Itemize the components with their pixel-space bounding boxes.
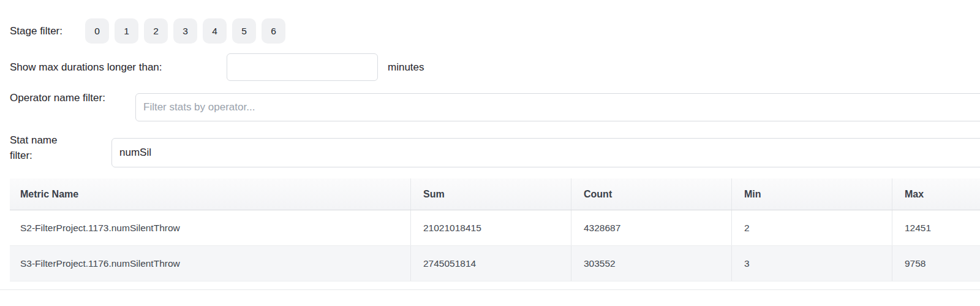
cell-sum: 21021018415 <box>410 210 571 245</box>
column-header-metric-name: Metric Name <box>10 178 410 210</box>
duration-filter-label: Show max durations longer than: <box>10 59 227 75</box>
duration-filter-row: Show max durations longer than: minutes <box>0 53 605 81</box>
column-header-max: Max <box>892 178 980 210</box>
column-header-count: Count <box>571 178 731 210</box>
stat-filter-label: Stat name filter: <box>10 132 77 163</box>
cell-min: 3 <box>731 246 892 281</box>
page: Stage filter: 0 1 2 3 4 5 6 Show max dur… <box>0 0 980 306</box>
page-bottom-divider <box>0 289 980 290</box>
operator-filter-label: Operator name filter: <box>10 90 111 105</box>
stage-filter-row: Stage filter: 0 1 2 3 4 5 6 <box>10 18 291 44</box>
cell-sum: 2745051814 <box>410 246 571 281</box>
table-header-row: Metric Name Sum Count Min Max <box>10 178 980 210</box>
stage-filter-button-0[interactable]: 0 <box>85 18 109 44</box>
column-header-sum: Sum <box>410 178 571 210</box>
cell-max: 12451 <box>892 210 980 245</box>
duration-unit-label: minutes <box>388 59 605 75</box>
cell-metric-name: S2-FilterProject.1173.numSilentThrow <box>10 210 410 245</box>
duration-filter-input[interactable] <box>227 53 378 81</box>
cell-min: 2 <box>731 210 892 245</box>
stage-filter-button-5[interactable]: 5 <box>232 18 256 44</box>
table-row: S3-FilterProject.1176.numSilentThrow 274… <box>10 246 980 281</box>
cell-metric-name: S3-FilterProject.1176.numSilentThrow <box>10 246 410 281</box>
cell-count: 303552 <box>571 246 731 281</box>
cell-count: 4328687 <box>571 210 731 245</box>
table-row: S2-FilterProject.1173.numSilentThrow 210… <box>10 210 980 246</box>
column-header-min: Min <box>731 178 892 210</box>
stage-filter-label: Stage filter: <box>10 23 62 39</box>
stage-filter-button-3[interactable]: 3 <box>173 18 197 44</box>
stage-filter-button-6[interactable]: 6 <box>262 18 285 44</box>
cell-max: 9758 <box>892 246 980 281</box>
stage-filter-button-2[interactable]: 2 <box>144 18 168 44</box>
stat-filter-input[interactable] <box>111 138 980 167</box>
metrics-table: Metric Name Sum Count Min Max S2-FilterP… <box>10 178 980 281</box>
operator-filter-input[interactable] <box>135 93 980 121</box>
stage-filter-button-4[interactable]: 4 <box>203 18 227 44</box>
stage-filter-button-1[interactable]: 1 <box>115 18 138 44</box>
